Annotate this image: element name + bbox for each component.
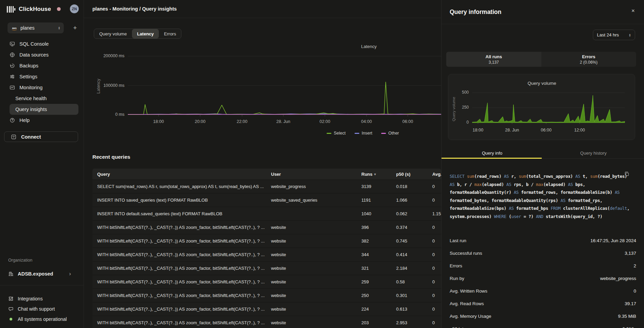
organization-label: Organization [8,258,32,263]
time-range-value: Last 24 hrs [597,32,629,37]
stat-row-avg-read-rows: Avg. Read Rows39.17 [450,297,636,310]
column-header-p50-s[interactable]: p50 (s) [396,169,427,179]
add-service-button[interactable]: + [71,23,79,33]
table-row[interactable]: INSERT INTO default.saved_queries (text)… [92,207,441,220]
sidebar-item-settings[interactable]: Settings [10,71,78,82]
query-cell: INSERT INTO default.saved_queries (text)… [97,207,268,220]
column-header-query[interactable]: Query [97,169,268,179]
table-row[interactable]: WITH bitShiftLeft(CAST(?..), _CAST(?..))… [92,248,441,261]
column-header-runs[interactable]: Runs▾ [361,169,392,179]
panel-title: Query information [450,9,501,16]
user-cell [271,207,356,220]
latency-chart-title: Latency [345,44,393,49]
table-row[interactable]: WITH bitShiftLeft(CAST(?..), _CAST(?..))… [92,288,441,302]
organization-row[interactable]: ADSB.exposed › [0,269,84,279]
segment-label: Errors [582,54,595,59]
stat-value: website_progress [600,276,636,281]
query-cell: SELECT sum(read_rows) AS r, sum(total_ro… [97,180,268,193]
tab-errors[interactable]: Errors [159,29,181,38]
runs-cell: 203 [361,316,392,328]
sidebar-footer: IntegrationsChat with supportAll systems… [0,294,84,324]
stat-row-last-run: Last run16:47:25, Jun 28 2024 [450,234,636,247]
table-row[interactable]: WITH bitShiftLeft(CAST(?..), _CAST(?..))… [92,234,441,248]
time-range-select[interactable]: Last 24 hrs ▲▼ [593,30,635,40]
sidebar-item-sql-console[interactable]: SQL Console [10,38,78,49]
footer-item-all-systems-operational[interactable]: All systems operational [0,314,84,324]
stat-value: 0.018s [622,326,636,328]
segment-all-runs[interactable]: All runs3,137 [446,52,541,67]
query-cell: WITH bitShiftLeft(CAST(?..), _CAST(?..))… [97,316,268,328]
latency-chart [128,51,441,123]
sort-caret-icon: ▾ [374,172,376,176]
latency-x-tick: 22:00 [230,119,254,124]
tab-query-volume[interactable]: Query volume [94,29,132,38]
footer-item-integrations[interactable]: Integrations [0,294,84,304]
query-volume-x-tick: 18:00 [466,128,490,132]
sql-line: SELECT sum(read_rows) AS r, sum(total_ro… [450,172,635,181]
stat-row-avg-written-rows: Avg. Written Rows0 [450,285,636,297]
segment-value: 2 (0.06%) [580,60,598,65]
latency-x-tick: 28. Jun [271,119,295,124]
footer-item-label: Integrations [18,296,43,301]
sidebar-item-monitoring[interactable]: Monitoring [10,82,78,93]
sidebar-item-help[interactable]: Help [10,115,78,126]
panel-divider [441,24,644,24]
footer-item-chat-with-support[interactable]: Chat with support [0,304,84,314]
sidebar-divider [0,285,84,285]
stat-value: 3,137 [625,251,636,256]
query-volume-y-tick: 500 [448,90,469,95]
copy-icon[interactable] [624,171,630,177]
chevron-right-icon: › [69,271,71,277]
sidebar-nav: SQL ConsoleData sourcesBackupsSettingsMo… [0,38,84,126]
table-row[interactable]: WITH bitShiftLeft(CAST(?..), _CAST(?..))… [92,316,441,328]
recent-queries-title: Recent queries [92,154,130,160]
table-row[interactable]: INSERT INTO saved_queries (text) FORMAT … [92,193,441,207]
sidebar-item-label: Settings [19,74,37,79]
user-cell: website [271,221,356,234]
column-header-avg[interactable]: Avg. [432,169,441,179]
query-stats: Last run16:47:25, Jun 28 2024Successful … [450,234,636,328]
segment-label: All runs [485,54,502,59]
sql-line: formatReadableQuantity(r) AS formatted_r… [450,188,635,197]
avg-cell: 0 [432,262,441,275]
table-row[interactable]: WITH bitShiftLeft(CAST(?..), _CAST(?..))… [92,220,441,234]
tab-query-info[interactable]: Query info [441,149,543,158]
sidebar-item-label: Help [19,118,30,123]
latency-x-tick: 06:00 [396,119,420,124]
tab-latency[interactable]: Latency [132,29,159,38]
segment-errors[interactable]: Errors2 (0.06%) [541,52,636,67]
table-row[interactable]: SELECT sum(read_rows) AS r, sum(total_ro… [92,179,441,193]
sidebar-item-query-insights[interactable]: Query insights [10,104,78,115]
p50-cell: 1.066 [396,193,427,207]
user-cell: website [271,275,356,288]
main-header: planes - Monitoring / Query insights [84,0,441,18]
latency-x-tick: 18:00 [147,119,170,124]
tab-query-history[interactable]: Query history [543,149,644,158]
table-row[interactable]: WITH bitShiftLeft(CAST(?..), _CAST(?..))… [92,275,441,288]
stat-value: 0 [633,288,636,294]
query-cell: WITH bitShiftLeft(CAST(?..), _CAST(?..))… [97,248,268,261]
avatar[interactable]: ZN [70,4,79,13]
runs-cell: 259 [361,275,392,288]
column-header-user[interactable]: User [271,169,356,179]
data-sources-icon [10,52,15,58]
sidebar-item-label: Service health [15,96,47,101]
service-selector[interactable]: aws planes ▲▼ [8,22,64,33]
runs-cell: 382 [361,234,392,248]
latency-x-tick: 20:00 [188,119,212,124]
close-icon[interactable]: × [629,7,637,15]
sidebar-item-data-sources[interactable]: Data sources [10,49,78,60]
sidebar-item-backups[interactable]: Backups [10,60,78,71]
connect-button[interactable]: Connect [4,131,78,142]
main-content: planes - Monitoring / Query insights Que… [84,0,441,328]
legend-swatch [381,133,386,134]
user-cell: website [271,262,356,275]
stat-row-errors: Errors2 [450,260,636,272]
runs-cell: 396 [361,221,392,234]
sidebar-item-service-health[interactable]: Service health [10,93,78,104]
query-volume-x-tick: 06:00 [534,128,558,132]
stat-label: Errors [450,263,462,268]
table-row[interactable]: WITH bitShiftLeft(CAST(?..), _CAST(?..))… [92,302,441,316]
table-row[interactable]: WITH bitShiftLeft(CAST(?..), _CAST(?..))… [92,261,441,275]
legend-swatch [355,133,359,134]
